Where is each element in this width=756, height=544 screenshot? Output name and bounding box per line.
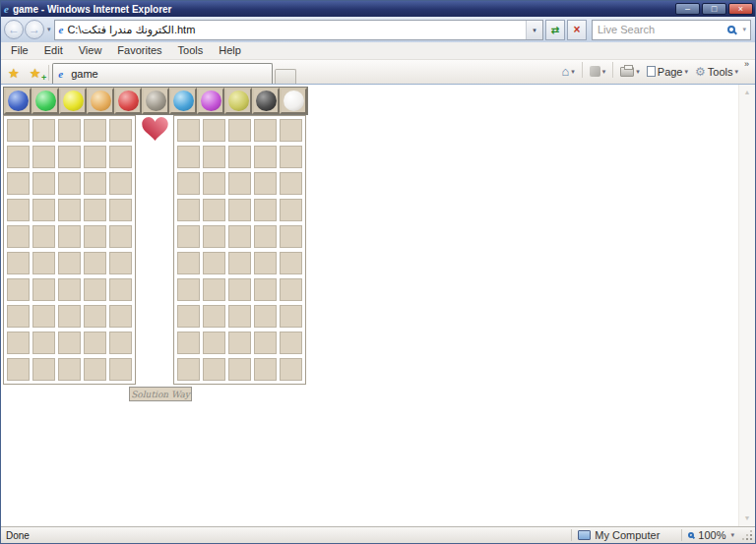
grid-cell[interactable] bbox=[203, 252, 225, 274]
home-button[interactable]: ⌂▾ bbox=[558, 64, 577, 79]
address-dropdown-button[interactable]: ▾ bbox=[526, 21, 542, 39]
grid-cell[interactable] bbox=[58, 278, 81, 301]
grid-cell[interactable] bbox=[7, 172, 30, 195]
grid-cell[interactable] bbox=[280, 332, 302, 354]
grid-cell[interactable] bbox=[177, 278, 200, 301]
grid-cell[interactable] bbox=[228, 358, 251, 381]
grid-cell[interactable] bbox=[228, 119, 251, 142]
grid-cell[interactable] bbox=[228, 305, 251, 328]
close-button[interactable]: × bbox=[728, 3, 753, 15]
grid-cell[interactable] bbox=[7, 252, 30, 274]
grid-cell[interactable] bbox=[58, 252, 81, 274]
grid-cell[interactable] bbox=[84, 146, 106, 168]
grid-cell[interactable] bbox=[280, 278, 302, 301]
grid-cell[interactable] bbox=[203, 358, 225, 381]
print-dropdown-icon[interactable]: ▾ bbox=[636, 68, 640, 76]
page-button[interactable]: Page▾ bbox=[644, 66, 691, 78]
grid-cell[interactable] bbox=[228, 332, 251, 354]
grid-cell[interactable] bbox=[58, 199, 81, 221]
grid-cell[interactable] bbox=[203, 278, 225, 301]
zoom-level[interactable]: 100% bbox=[698, 529, 725, 541]
grid-cell[interactable] bbox=[254, 225, 277, 248]
grid-cell[interactable] bbox=[177, 332, 200, 354]
grid-cell[interactable] bbox=[109, 358, 132, 381]
grid-cell[interactable] bbox=[84, 305, 106, 328]
ball-button-sky-blue[interactable] bbox=[169, 88, 197, 114]
grid-cell[interactable] bbox=[7, 305, 30, 328]
grid-cell[interactable] bbox=[203, 305, 225, 328]
grid-cell[interactable] bbox=[58, 305, 81, 328]
overflow-chevron-icon[interactable]: » bbox=[742, 59, 751, 69]
ball-button-magenta[interactable] bbox=[197, 88, 224, 114]
grid-cell[interactable] bbox=[109, 252, 132, 274]
maximize-button[interactable]: □ bbox=[702, 3, 726, 15]
grid-cell[interactable] bbox=[280, 199, 302, 221]
grid-cell[interactable] bbox=[280, 225, 302, 248]
menu-view[interactable]: View bbox=[71, 42, 110, 59]
grid-cell[interactable] bbox=[203, 146, 225, 168]
vertical-scrollbar[interactable]: ▲ ▼ bbox=[738, 85, 755, 526]
grid-cell[interactable] bbox=[203, 172, 225, 195]
refresh-button[interactable]: ⇄ bbox=[545, 20, 565, 40]
grid-cell[interactable] bbox=[280, 305, 302, 328]
grid-cell[interactable] bbox=[177, 358, 200, 381]
grid-cell[interactable] bbox=[58, 146, 81, 168]
grid-cell[interactable] bbox=[280, 119, 302, 142]
grid-cell[interactable] bbox=[7, 119, 30, 142]
grid-cell[interactable] bbox=[280, 252, 302, 274]
grid-cell[interactable] bbox=[58, 225, 81, 248]
back-button[interactable]: ← bbox=[4, 20, 24, 39]
grid-cell[interactable] bbox=[58, 358, 81, 381]
grid-cell[interactable] bbox=[177, 146, 200, 168]
new-tab-button[interactable] bbox=[275, 69, 296, 84]
grid-cell[interactable] bbox=[177, 225, 200, 248]
ball-button-white[interactable] bbox=[280, 88, 307, 114]
print-button[interactable]: ▾ bbox=[617, 67, 643, 77]
ball-button-gray[interactable] bbox=[142, 88, 169, 114]
grid-cell[interactable] bbox=[228, 199, 251, 221]
grid-cell[interactable] bbox=[109, 172, 132, 195]
menu-edit[interactable]: Edit bbox=[36, 42, 71, 59]
grid-cell[interactable] bbox=[228, 172, 251, 195]
ball-button-khaki[interactable] bbox=[224, 88, 252, 114]
grid-cell[interactable] bbox=[109, 199, 132, 221]
grid-cell[interactable] bbox=[228, 252, 251, 274]
grid-cell[interactable] bbox=[84, 172, 106, 195]
grid-cell[interactable] bbox=[228, 278, 251, 301]
grid-cell[interactable] bbox=[32, 119, 55, 142]
grid-cell[interactable] bbox=[254, 358, 277, 381]
grid-cell[interactable] bbox=[228, 146, 251, 168]
grid-cell[interactable] bbox=[58, 119, 81, 142]
grid-cell[interactable] bbox=[109, 225, 132, 248]
grid-cell[interactable] bbox=[254, 199, 277, 221]
menu-file[interactable]: File bbox=[3, 42, 36, 59]
grid-cell[interactable] bbox=[84, 225, 106, 248]
grid-cell[interactable] bbox=[254, 332, 277, 354]
ball-button-yellow[interactable] bbox=[59, 88, 87, 114]
grid-cell[interactable] bbox=[254, 252, 277, 274]
feeds-button[interactable]: ▾ bbox=[587, 66, 609, 77]
menu-tools[interactable]: Tools bbox=[170, 42, 212, 59]
tab-game[interactable]: e game bbox=[52, 63, 273, 84]
grid-cell[interactable] bbox=[32, 332, 55, 354]
grid-cell[interactable] bbox=[280, 358, 302, 381]
search-icon[interactable] bbox=[727, 26, 735, 33]
history-dropdown-icon[interactable]: ▾ bbox=[47, 26, 51, 33]
grid-cell[interactable] bbox=[58, 172, 81, 195]
address-bar[interactable]: e C:\الكترونك مندرا فتكت.htm ▾ bbox=[54, 20, 543, 40]
ball-button-black[interactable] bbox=[252, 88, 280, 114]
grid-cell[interactable] bbox=[109, 305, 132, 328]
grid-cell[interactable] bbox=[254, 305, 277, 328]
ball-button-red[interactable] bbox=[114, 88, 142, 114]
grid-cell[interactable] bbox=[7, 146, 30, 168]
grid-cell[interactable] bbox=[32, 225, 55, 248]
grid-cell[interactable] bbox=[84, 199, 106, 221]
grid-cell[interactable] bbox=[7, 332, 30, 354]
favorites-button[interactable]: ★ bbox=[3, 62, 25, 84]
grid-cell[interactable] bbox=[84, 119, 106, 142]
grid-cell[interactable] bbox=[7, 199, 30, 221]
ball-button-orange[interactable] bbox=[87, 88, 114, 114]
grid-cell[interactable] bbox=[32, 358, 55, 381]
grid-cell[interactable] bbox=[109, 119, 132, 142]
grid-cell[interactable] bbox=[32, 252, 55, 274]
